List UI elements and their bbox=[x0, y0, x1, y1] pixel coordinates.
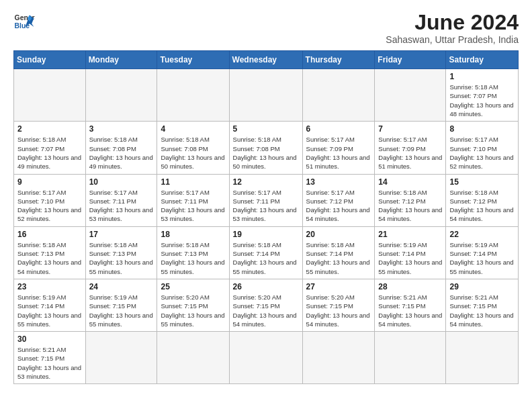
day-cell: 1Sunrise: 5:18 AMSunset: 7:07 PMDaylight… bbox=[446, 69, 519, 122]
day-number: 21 bbox=[378, 230, 442, 239]
day-info: Sunrise: 5:19 AMSunset: 7:14 PMDaylight:… bbox=[17, 293, 82, 328]
day-info: Sunrise: 5:18 AMSunset: 7:08 PMDaylight:… bbox=[233, 135, 299, 171]
day-number: 9 bbox=[17, 177, 82, 187]
day-number: 25 bbox=[161, 282, 225, 291]
day-cell: 30Sunrise: 5:21 AMSunset: 7:15 PMDayligh… bbox=[14, 332, 86, 384]
title-area: June 2024 Sahaswan, Uttar Pradesh, India bbox=[386, 11, 519, 45]
day-cell: 27Sunrise: 5:20 AMSunset: 7:15 PMDayligh… bbox=[302, 279, 375, 331]
day-cell bbox=[157, 69, 229, 122]
day-cell: 19Sunrise: 5:18 AMSunset: 7:14 PMDayligh… bbox=[229, 226, 302, 279]
day-number: 10 bbox=[89, 177, 154, 187]
day-cell: 22Sunrise: 5:19 AMSunset: 7:14 PMDayligh… bbox=[446, 226, 519, 279]
day-cell: 7Sunrise: 5:17 AMSunset: 7:09 PMDaylight… bbox=[375, 122, 446, 174]
day-cell bbox=[85, 69, 157, 122]
day-number: 4 bbox=[161, 124, 225, 134]
week-row-4: 23Sunrise: 5:19 AMSunset: 7:14 PMDayligh… bbox=[14, 279, 519, 331]
day-number: 18 bbox=[161, 230, 225, 239]
header: General Blue June 2024 Sahaswan, Uttar P… bbox=[13, 11, 519, 45]
day-number: 5 bbox=[233, 124, 299, 134]
day-info: Sunrise: 5:18 AMSunset: 7:13 PMDaylight:… bbox=[17, 240, 82, 276]
week-row-0: 1Sunrise: 5:18 AMSunset: 7:07 PMDaylight… bbox=[14, 69, 519, 122]
header-cell-thursday: Thursday bbox=[302, 51, 375, 69]
day-cell: 11Sunrise: 5:17 AMSunset: 7:11 PMDayligh… bbox=[157, 174, 229, 226]
day-cell: 15Sunrise: 5:18 AMSunset: 7:12 PMDayligh… bbox=[446, 174, 519, 226]
day-info: Sunrise: 5:17 AMSunset: 7:11 PMDaylight:… bbox=[89, 188, 154, 224]
header-row: SundayMondayTuesdayWednesdayThursdayFrid… bbox=[14, 51, 519, 69]
week-row-1: 2Sunrise: 5:18 AMSunset: 7:07 PMDaylight… bbox=[14, 122, 519, 174]
day-number: 30 bbox=[17, 334, 82, 344]
day-cell: 18Sunrise: 5:18 AMSunset: 7:13 PMDayligh… bbox=[157, 226, 229, 279]
day-cell bbox=[14, 69, 86, 122]
day-number: 26 bbox=[233, 282, 299, 291]
day-cell: 9Sunrise: 5:17 AMSunset: 7:10 PMDaylight… bbox=[14, 174, 86, 226]
day-number: 7 bbox=[378, 124, 442, 134]
day-cell: 5Sunrise: 5:18 AMSunset: 7:08 PMDaylight… bbox=[229, 122, 302, 174]
day-info: Sunrise: 5:17 AMSunset: 7:11 PMDaylight:… bbox=[161, 188, 225, 224]
day-cell: 6Sunrise: 5:17 AMSunset: 7:09 PMDaylight… bbox=[302, 122, 375, 174]
day-info: Sunrise: 5:18 AMSunset: 7:12 PMDaylight:… bbox=[449, 188, 515, 224]
day-cell: 26Sunrise: 5:20 AMSunset: 7:15 PMDayligh… bbox=[229, 279, 302, 331]
header-cell-saturday: Saturday bbox=[446, 51, 519, 69]
day-cell: 8Sunrise: 5:17 AMSunset: 7:10 PMDaylight… bbox=[446, 122, 519, 174]
day-cell: 4Sunrise: 5:18 AMSunset: 7:08 PMDaylight… bbox=[157, 122, 229, 174]
day-cell bbox=[85, 332, 157, 384]
day-number: 14 bbox=[378, 177, 442, 187]
day-info: Sunrise: 5:19 AMSunset: 7:14 PMDaylight:… bbox=[449, 240, 515, 276]
day-cell: 28Sunrise: 5:21 AMSunset: 7:15 PMDayligh… bbox=[375, 279, 446, 331]
day-cell: 13Sunrise: 5:17 AMSunset: 7:12 PMDayligh… bbox=[302, 174, 375, 226]
day-cell: 3Sunrise: 5:18 AMSunset: 7:08 PMDaylight… bbox=[85, 122, 157, 174]
day-number: 22 bbox=[449, 230, 515, 239]
day-cell bbox=[302, 332, 375, 384]
day-cell: 16Sunrise: 5:18 AMSunset: 7:13 PMDayligh… bbox=[14, 226, 86, 279]
week-row-3: 16Sunrise: 5:18 AMSunset: 7:13 PMDayligh… bbox=[14, 226, 519, 279]
day-number: 16 bbox=[17, 230, 82, 239]
day-cell: 24Sunrise: 5:19 AMSunset: 7:15 PMDayligh… bbox=[85, 279, 157, 331]
day-number: 20 bbox=[306, 230, 371, 239]
day-cell bbox=[375, 69, 446, 122]
day-number: 2 bbox=[17, 124, 82, 134]
day-number: 3 bbox=[89, 124, 154, 134]
day-cell: 29Sunrise: 5:21 AMSunset: 7:15 PMDayligh… bbox=[446, 279, 519, 331]
day-number: 27 bbox=[306, 282, 371, 291]
header-cell-sunday: Sunday bbox=[14, 51, 86, 69]
day-info: Sunrise: 5:19 AMSunset: 7:15 PMDaylight:… bbox=[89, 293, 154, 328]
day-cell: 21Sunrise: 5:19 AMSunset: 7:14 PMDayligh… bbox=[375, 226, 446, 279]
day-cell: 12Sunrise: 5:17 AMSunset: 7:11 PMDayligh… bbox=[229, 174, 302, 226]
day-info: Sunrise: 5:17 AMSunset: 7:10 PMDaylight:… bbox=[17, 188, 82, 224]
day-info: Sunrise: 5:17 AMSunset: 7:09 PMDaylight:… bbox=[306, 135, 371, 171]
day-info: Sunrise: 5:20 AMSunset: 7:15 PMDaylight:… bbox=[233, 293, 299, 328]
day-cell: 17Sunrise: 5:18 AMSunset: 7:13 PMDayligh… bbox=[85, 226, 157, 279]
day-info: Sunrise: 5:21 AMSunset: 7:15 PMDaylight:… bbox=[378, 293, 442, 328]
day-info: Sunrise: 5:18 AMSunset: 7:07 PMDaylight:… bbox=[17, 135, 82, 171]
day-cell: 10Sunrise: 5:17 AMSunset: 7:11 PMDayligh… bbox=[85, 174, 157, 226]
calendar-title: June 2024 bbox=[386, 11, 519, 34]
calendar-subtitle: Sahaswan, Uttar Pradesh, India bbox=[386, 34, 519, 45]
calendar-table: SundayMondayTuesdayWednesdayThursdayFrid… bbox=[13, 50, 519, 384]
week-row-2: 9Sunrise: 5:17 AMSunset: 7:10 PMDaylight… bbox=[14, 174, 519, 226]
day-info: Sunrise: 5:18 AMSunset: 7:14 PMDaylight:… bbox=[233, 240, 299, 276]
day-number: 6 bbox=[306, 124, 371, 134]
day-cell bbox=[446, 332, 519, 384]
day-cell: 23Sunrise: 5:19 AMSunset: 7:14 PMDayligh… bbox=[14, 279, 86, 331]
day-number: 17 bbox=[89, 230, 154, 239]
header-cell-wednesday: Wednesday bbox=[229, 51, 302, 69]
day-info: Sunrise: 5:17 AMSunset: 7:11 PMDaylight:… bbox=[233, 188, 299, 224]
day-info: Sunrise: 5:18 AMSunset: 7:13 PMDaylight:… bbox=[161, 240, 225, 276]
day-info: Sunrise: 5:18 AMSunset: 7:08 PMDaylight:… bbox=[161, 135, 225, 171]
logo: General Blue bbox=[13, 11, 35, 32]
day-info: Sunrise: 5:20 AMSunset: 7:15 PMDaylight:… bbox=[306, 293, 371, 328]
day-cell bbox=[229, 69, 302, 122]
day-info: Sunrise: 5:18 AMSunset: 7:13 PMDaylight:… bbox=[89, 240, 154, 276]
header-cell-monday: Monday bbox=[85, 51, 157, 69]
day-number: 8 bbox=[449, 124, 515, 134]
day-info: Sunrise: 5:21 AMSunset: 7:15 PMDaylight:… bbox=[449, 293, 515, 328]
day-number: 13 bbox=[306, 177, 371, 187]
day-number: 19 bbox=[233, 230, 299, 239]
day-number: 28 bbox=[378, 282, 442, 291]
day-number: 1 bbox=[449, 72, 515, 81]
day-cell: 20Sunrise: 5:18 AMSunset: 7:14 PMDayligh… bbox=[302, 226, 375, 279]
day-info: Sunrise: 5:18 AMSunset: 7:07 PMDaylight:… bbox=[449, 83, 515, 118]
calendar-header: SundayMondayTuesdayWednesdayThursdayFrid… bbox=[14, 51, 519, 69]
day-info: Sunrise: 5:18 AMSunset: 7:12 PMDaylight:… bbox=[378, 188, 442, 224]
day-cell: 14Sunrise: 5:18 AMSunset: 7:12 PMDayligh… bbox=[375, 174, 446, 226]
